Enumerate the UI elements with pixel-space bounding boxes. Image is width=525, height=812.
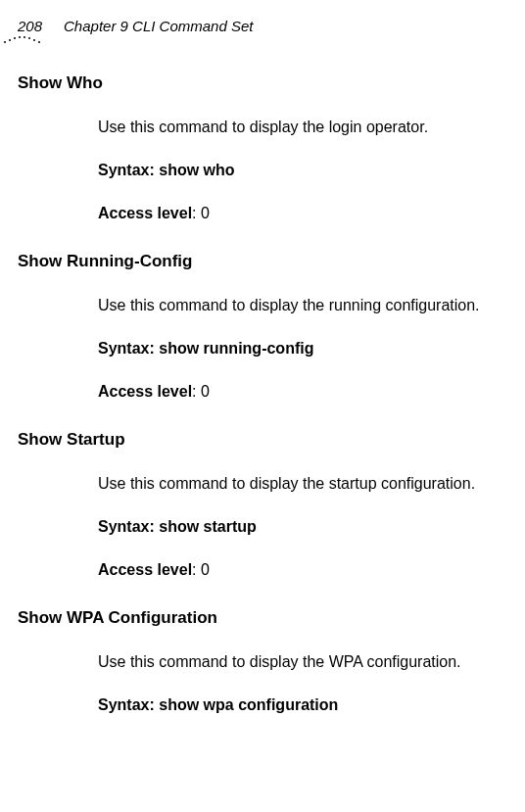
access-value: : 0 — [192, 383, 210, 400]
syntax-line: Syntax: show running-config — [98, 340, 517, 358]
svg-point-3 — [19, 36, 21, 38]
dots-decoration-icon — [2, 31, 47, 41]
page-header: 208 Chapter 9 CLI Command Set — [18, 18, 517, 34]
section-description: Use this command to display the running … — [98, 297, 517, 314]
chapter-title: Chapter 9 CLI Command Set — [64, 18, 253, 34]
syntax-label: Syntax: — [98, 518, 159, 535]
access-value: : 0 — [192, 561, 210, 578]
syntax-value: show running-config — [159, 340, 313, 357]
syntax-value: show startup — [159, 518, 257, 535]
section-description: Use this command to display the login op… — [98, 119, 517, 136]
section-show-running-config: Show Running-Config Use this command to … — [18, 252, 517, 401]
svg-point-2 — [14, 37, 16, 39]
section-show-startup: Show Startup Use this command to display… — [18, 430, 517, 579]
svg-point-0 — [4, 41, 6, 43]
access-label: Access level — [98, 561, 192, 578]
section-description: Use this command to display the WPA conf… — [98, 653, 517, 671]
syntax-line: Syntax: show startup — [98, 518, 517, 536]
access-line: Access level: 0 — [98, 383, 517, 401]
access-value: : 0 — [192, 205, 210, 221]
syntax-value: show wpa configuration — [159, 696, 338, 713]
syntax-label: Syntax: — [98, 340, 159, 357]
svg-point-1 — [9, 39, 11, 41]
section-heading: Show Startup — [18, 430, 517, 450]
section-heading: Show Running-Config — [18, 252, 517, 271]
syntax-line: Syntax: show who — [98, 162, 517, 179]
syntax-label: Syntax: — [98, 696, 159, 713]
section-heading: Show WPA Configuration — [18, 608, 517, 628]
svg-point-4 — [24, 36, 25, 38]
syntax-label: Syntax: — [98, 162, 159, 178]
svg-point-5 — [28, 37, 30, 39]
section-description: Use this command to display the startup … — [98, 475, 517, 493]
access-line: Access level: 0 — [98, 561, 517, 579]
access-label: Access level — [98, 205, 192, 221]
access-label: Access level — [98, 383, 192, 400]
access-line: Access level: 0 — [98, 205, 517, 222]
section-show-wpa: Show WPA Configuration Use this command … — [18, 608, 517, 714]
section-show-who: Show Who Use this command to display the… — [18, 73, 517, 222]
svg-point-7 — [38, 41, 40, 43]
svg-point-6 — [33, 39, 35, 41]
syntax-line: Syntax: show wpa configuration — [98, 696, 517, 714]
section-heading: Show Who — [18, 73, 517, 93]
syntax-value: show who — [159, 162, 234, 178]
